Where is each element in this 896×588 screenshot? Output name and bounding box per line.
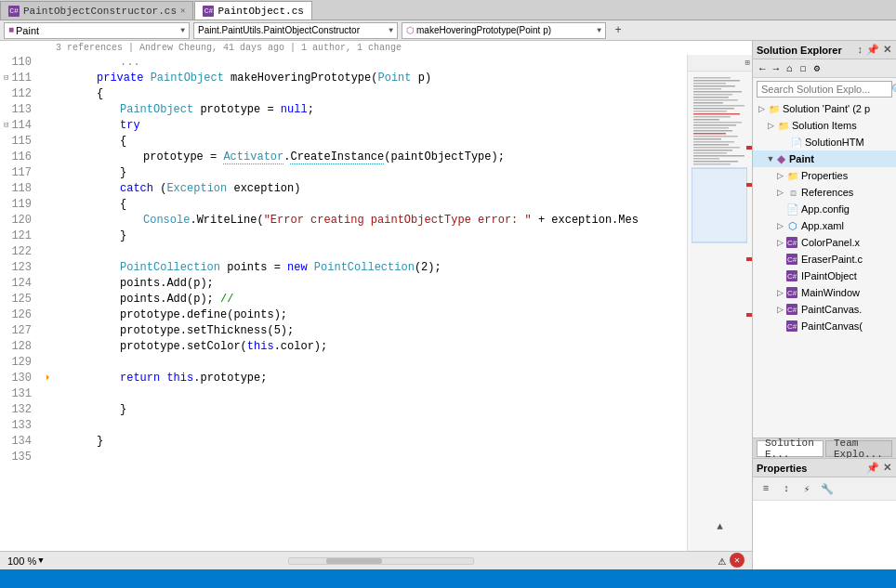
code-line-129 [46, 355, 687, 371]
line-num-121: 121 [0, 229, 39, 244]
expand-icon-solution-items[interactable]: ▷ [766, 121, 775, 130]
line-num-118: 118 [0, 181, 39, 197]
solution-explorer: Solution Explorer ↕ 📌 ✕ ← → ⌂ ☐ ⚙ [753, 41, 896, 458]
settings-icon[interactable]: ⚙ [810, 61, 823, 75]
expand-icon-appxaml[interactable]: ▷ [775, 221, 784, 230]
category-view-btn[interactable]: ≡ [757, 479, 775, 498]
tree-label-eraserpaint: EraserPaint.c [801, 254, 863, 265]
nav-back-icon[interactable]: ← [757, 62, 769, 75]
expand-icon-paintcanvas1[interactable]: ▷ [775, 305, 784, 314]
tree-label-colorpanel: ColorPanel.x [801, 237, 860, 248]
collapse-111[interactable]: ⊟ [4, 71, 8, 86]
class-label: Paint.PaintUtils.PaintObjectConstructor [198, 25, 387, 35]
tab-paintobject[interactable]: C# PaintObject.cs [194, 1, 311, 20]
code-line-111: private PaintObject makeHoveringPrototyp… [46, 71, 687, 86]
code-line-113: PaintObject prototype = null; [46, 102, 687, 118]
tab-close-icon[interactable]: ✕ [180, 6, 185, 16]
close-icon[interactable]: ✕ [730, 553, 744, 568]
close-properties-icon[interactable]: ✕ [882, 462, 892, 474]
expand-icon-properties[interactable]: ▷ [775, 171, 784, 180]
svg-rect-21 [693, 136, 738, 137]
tree-item-paint[interactable]: ▼ ◆ Paint [753, 150, 896, 167]
line-num-117: 117 [0, 165, 39, 181]
tree-item-paintcanvas1[interactable]: ▷ C# PaintCanvas. [753, 301, 896, 318]
tab-paintobjectconstructor[interactable]: C# PaintObjectConstructor.cs ✕ [0, 1, 193, 20]
team-explorer-tab-label: Team Explo... [834, 438, 884, 459]
code-line-123: PointCollection points = new PointCollec… [46, 260, 687, 276]
cs-icon-2: C# [203, 6, 214, 17]
project-dropdown[interactable]: ■ Paint ▼ [4, 22, 190, 39]
code-line-121: } [46, 229, 687, 244]
solution-icon: 📁 [768, 102, 781, 115]
scroll-thumb[interactable] [326, 558, 382, 564]
class-dropdown[interactable]: Paint.PaintUtils.PaintObjectConstructor … [193, 22, 398, 39]
svg-rect-0 [693, 77, 731, 79]
tree-label-mainwindow: MainWindow [801, 287, 860, 298]
svg-rect-23 [693, 141, 734, 143]
horizontal-scrollbar[interactable] [288, 557, 474, 565]
tree-item-properties[interactable]: ▷ 📁 Properties [753, 167, 896, 184]
home-icon[interactable]: ⌂ [784, 62, 796, 75]
explorer-tab-strip: Solution E... Team Explo... [753, 438, 896, 458]
code-line-116: prototype = Activator.CreateInstance(pai… [46, 150, 687, 165]
collapse-114[interactable]: ⊟ [4, 118, 8, 134]
search-icon: 🔍 [891, 84, 896, 96]
events-btn[interactable]: ⚡ [797, 479, 816, 498]
search-box[interactable]: 🔍 [757, 81, 892, 98]
alpha-sort-btn[interactable]: ↕ [777, 479, 796, 498]
tree-item-colorpanel[interactable]: ▷ C# ColorPanel.x [753, 234, 896, 251]
tree-item-appconfig[interactable]: 📄 App.config [753, 201, 896, 217]
line-num-122: 122 [0, 244, 39, 260]
sync-icon[interactable]: ↕ [857, 44, 864, 56]
cs-icon-eraser: C# [786, 254, 797, 265]
line-num-131: 131 [0, 386, 39, 402]
expand-icon-paint[interactable]: ▼ [766, 154, 775, 163]
code-content[interactable]: ... private PaintObject makeHoveringProt… [46, 55, 687, 551]
expand-icon-colorpanel[interactable]: ▷ [775, 238, 784, 247]
line-num-116: 116 [0, 150, 39, 165]
line-num-126: 126 [0, 307, 39, 323]
tree-label-appxaml: App.xaml [801, 220, 844, 231]
minimap-scroll-up[interactable]: ▲ [717, 521, 723, 532]
properties-title: Properties [757, 463, 807, 474]
code-line-115: { [46, 134, 687, 150]
tree-label-ipaintobject: IPaintObject [801, 270, 857, 281]
expand-icon-references[interactable]: ▷ [775, 188, 784, 197]
plus-button[interactable]: + [610, 22, 626, 39]
tree-item-solution[interactable]: ▷ 📁 Solution 'Paint' (2 p [753, 100, 896, 117]
line-num-115: 115 [0, 134, 39, 150]
search-input[interactable] [761, 84, 889, 95]
tree-item-ipaintobject[interactable]: C# IPaintObject [753, 268, 896, 284]
svg-rect-24 [693, 144, 729, 146]
properties-toolbar: ≡ ↕ ⚡ 🔧 [753, 477, 896, 501]
pin-icon[interactable]: 📌 [865, 44, 880, 56]
pages-icon: 🔧 [821, 483, 834, 495]
tree-item-mainwindow[interactable]: ▷ C# MainWindow [753, 284, 896, 301]
zoom-control[interactable]: 100 % ▼ [7, 555, 44, 567]
line-num-113: 113 [0, 102, 39, 118]
close-panel-icon[interactable]: ✕ [882, 44, 892, 56]
svg-rect-6 [693, 94, 732, 96]
tree-item-solution-items[interactable]: ▷ 📁 Solution Items [753, 117, 896, 134]
tree-item-paintcanvas2[interactable]: C# PaintCanvas( [753, 318, 896, 334]
error-icon[interactable]: ⚠ [718, 553, 726, 568]
team-explorer-tab[interactable]: Team Explo... [825, 440, 892, 457]
expand-icon-mainwindow[interactable]: ▷ [775, 288, 784, 297]
tree-item-references[interactable]: ▷ ⧈ References [753, 184, 896, 201]
tree-item-appxaml[interactable]: ▷ ⬡ App.xaml [753, 217, 896, 234]
method-dropdown[interactable]: ⬡ makeHoveringPrototype(Point p) ▼ [402, 22, 606, 39]
tree-label-properties: Properties [801, 170, 848, 181]
toolbar-row: ■ Paint ▼ Paint.PaintUtils.PaintObjectCo… [0, 20, 896, 41]
tree-item-solutionhtm[interactable]: 📄 SolutionHTM [753, 134, 896, 150]
expand-icon[interactable]: ▷ [757, 104, 766, 113]
show-all-icon[interactable]: ☐ [797, 61, 810, 75]
zoom-dropdown-icon[interactable]: ▼ [38, 556, 43, 566]
nav-forward-icon[interactable]: → [771, 62, 783, 75]
solution-explorer-tab[interactable]: Solution E... [757, 440, 824, 457]
tree-label-solutionhtm: SolutionHTM [805, 137, 864, 148]
minimap: ⊞ [687, 55, 752, 551]
tree-item-eraserpaint[interactable]: C# EraserPaint.c [753, 251, 896, 268]
code-line-110: ... [46, 55, 687, 71]
pin-properties-icon[interactable]: 📌 [865, 462, 880, 474]
property-pages-btn[interactable]: 🔧 [818, 479, 837, 498]
